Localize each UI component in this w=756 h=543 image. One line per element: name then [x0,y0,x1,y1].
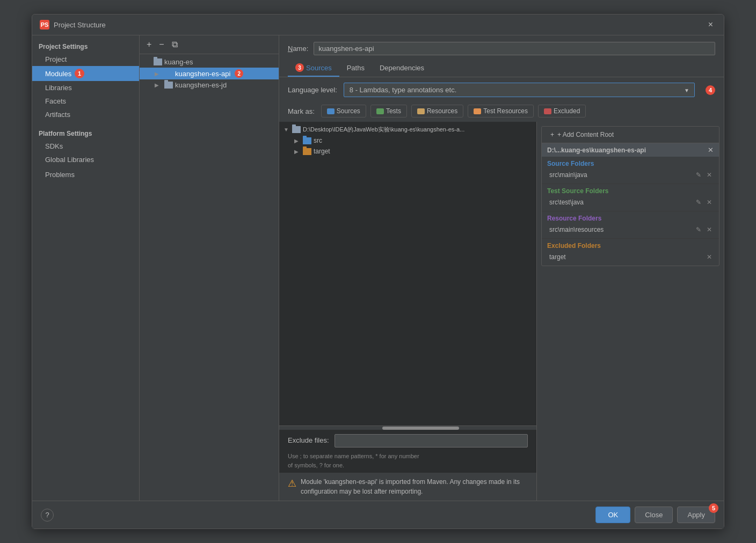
warning-text: Module 'kuangshen-es-api' is imported fr… [301,477,528,496]
test-resources-color-dot [474,108,481,114]
tree-item-kuang-es[interactable]: kuang-es [140,56,279,68]
test-resources-btn-label: Test Resources [483,107,528,115]
file-tree: ▼ D:\Desktop\IDEA的JavaWeb实验\kuang-es\kua… [279,122,537,501]
sidebar-item-facets[interactable]: Facets [32,94,139,108]
dialog-close-button[interactable]: × [705,19,716,31]
tabs-bar: 3 Sources Paths Dependencies [279,60,724,77]
tab-sources[interactable]: 3 Sources [288,60,339,77]
remove-module-button[interactable]: − [156,39,166,50]
resource-folder-entry: src\main\resources ✎ ✕ [547,224,714,235]
sidebar: Project Settings Project Modules 1 Libra… [32,35,140,501]
horizontal-scrollbar[interactable] [279,425,536,430]
resource-folder-delete-button[interactable]: ✕ [705,225,714,234]
content-root-popup: + + Add Content Root D:\...kuang-es\kuan… [541,126,719,266]
arrow-icon: ▼ [284,127,290,133]
resources-btn-label: Resources [427,107,457,115]
folder-icon [303,137,311,144]
sidebar-item-libraries[interactable]: Libraries [32,81,139,94]
file-tree-root[interactable]: ▼ D:\Desktop\IDEA的JavaWeb实验\kuang-es\kua… [279,124,536,135]
title-bar-left: PS Project Structure [40,20,106,30]
bottom-bar: ? OK Close Apply 5 [32,501,724,529]
tree-item-kuangshen-es-jd[interactable]: ▶ kuangshen-es-jd [140,79,279,91]
folder-icon [164,82,173,89]
source-folder-edit-button[interactable]: ✎ [694,171,703,179]
mark-resources-button[interactable]: Resources [411,105,463,118]
sidebar-item-global-libraries[interactable]: Global Libraries [32,153,139,166]
file-tree-src[interactable]: ▶ src [279,135,536,146]
excluded-folder-delete-button[interactable]: ✕ [705,253,714,261]
main-content: Name: 3 Sources Paths Dependencies [279,35,724,501]
help-button[interactable]: ? [41,509,54,522]
popup-header: + + Add Content Root [542,127,719,143]
folder-icon [303,148,311,155]
module-name: kuangshen-es-jd [175,81,227,89]
arrow-icon: ▶ [155,82,162,88]
mark-sources-button[interactable]: Sources [321,105,366,118]
tree-toolbar: + − ⧉ [140,35,279,54]
close-button[interactable]: Close [635,507,673,523]
sources-tab-badge: 3 [295,63,304,72]
resource-folders-section: Resource Folders src\main\resources ✎ ✕ [542,211,719,239]
language-level-row: Language level: 8 - Lambdas, type annota… [279,77,724,102]
sources-tab-label: Sources [306,64,332,72]
excluded-folders-title: Excluded Folders [547,242,714,250]
test-source-folders-title: Test Source Folders [547,187,714,195]
excluded-btn-label: Excluded [554,107,580,115]
excluded-color-dot [544,108,551,114]
sidebar-item-artifacts[interactable]: Artifacts [32,108,139,121]
arrow-icon: ▶ [155,71,162,77]
src-label: src [314,137,322,144]
split-area: ▼ D:\Desktop\IDEA的JavaWeb实验\kuang-es\kua… [279,122,724,501]
file-tree-target[interactable]: ▶ target [279,146,536,157]
source-folder-path: src\main\java [549,171,587,179]
source-folders-title: Source Folders [547,160,714,167]
mark-as-label: Mark as: [288,107,315,115]
arrow-icon: ▶ [294,149,301,155]
tab-paths[interactable]: Paths [339,60,372,77]
resource-folder-edit-button[interactable]: ✎ [694,225,703,234]
copy-module-button[interactable]: ⧉ [169,39,180,50]
add-content-root-button[interactable]: + + Add Content Root [547,130,617,140]
source-folder-actions: ✎ ✕ [694,171,714,179]
popup-path-text: D:\...kuang-es\kuangshen-es-api [547,146,646,154]
test-source-folder-delete-button[interactable]: ✕ [705,198,714,207]
sidebar-item-modules[interactable]: Modules 1 [32,66,139,81]
mark-test-resources-button[interactable]: Test Resources [468,105,534,118]
source-folder-delete-button[interactable]: ✕ [705,171,714,179]
folder-icon [292,126,301,133]
target-label: target [314,148,330,155]
folder-icon [154,58,162,65]
sidebar-item-problems[interactable]: Problems [32,166,139,181]
ok-button[interactable]: OK [595,507,630,523]
test-source-folder-path: src\test\java [549,199,584,206]
name-input[interactable] [314,42,715,55]
sidebar-item-project[interactable]: Project [32,53,139,66]
mark-tests-button[interactable]: Tests [370,105,407,118]
source-folders-section: Source Folders src\main\java ✎ ✕ [542,157,719,184]
add-module-button[interactable]: + [144,39,154,50]
exclude-files-input[interactable] [335,434,528,447]
file-tree-content: ▼ D:\Desktop\IDEA的JavaWeb实验\kuang-es\kua… [279,122,536,425]
tree-item-kuangshen-es-api[interactable]: ▶ kuangshen-es-api 2 [140,68,279,79]
title-bar: PS Project Structure × [32,14,724,35]
module-name: kuang-es [164,58,193,66]
tests-color-dot [376,108,384,114]
popup-close-button[interactable]: ✕ [708,146,714,154]
mark-excluded-button[interactable]: Excluded [538,105,586,118]
resource-folder-path: src\main\resources [549,226,604,233]
dialog-title: Project Structure [54,21,106,29]
sidebar-item-sdks[interactable]: SDKs [32,140,139,153]
tab-dependencies[interactable]: Dependencies [372,60,432,77]
warning-icon: ⚠ [288,478,296,489]
test-source-folders-section: Test Source Folders src\test\java ✎ ✕ [542,184,719,211]
excluded-folder-path: target [549,253,566,261]
language-level-label: Language level: [288,86,337,94]
dialog-body: Project Settings Project Modules 1 Libra… [32,35,724,501]
project-structure-dialog: PS Project Structure × Project Settings … [32,14,724,529]
excluded-folders-section: Excluded Folders target ✕ [542,239,719,266]
exclude-hint: Use ; to separate name patterns, * for a… [279,452,536,473]
language-level-select[interactable]: 8 - Lambdas, type annotations etc. [344,83,695,97]
excluded-folder-entry: target ✕ [547,252,714,262]
test-source-folder-edit-button[interactable]: ✎ [694,198,703,207]
sources-color-dot [327,108,335,114]
